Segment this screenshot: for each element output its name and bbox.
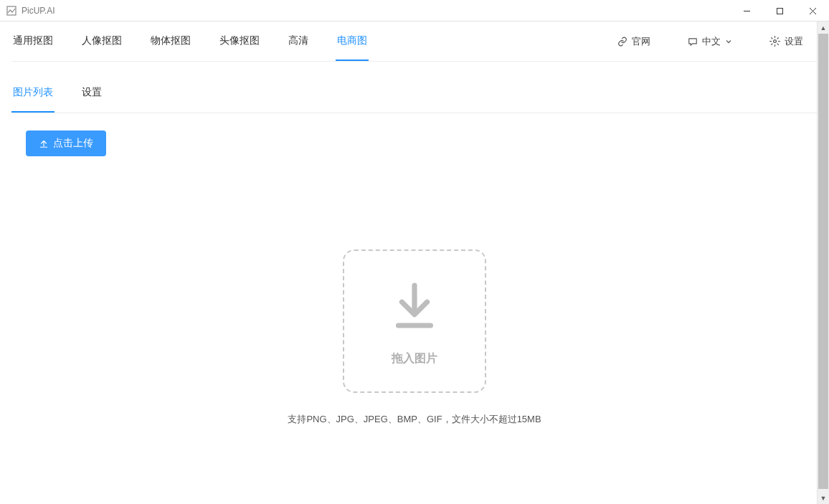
settings-label: 设置 [785, 35, 803, 48]
svg-point-5 [774, 40, 777, 43]
gear-icon [769, 36, 780, 47]
upload-button[interactable]: 点击上传 [26, 130, 106, 156]
official-site-link[interactable]: 官网 [617, 35, 650, 48]
sub-tab-0[interactable]: 图片列表 [11, 73, 55, 113]
app-title: PicUP.AI [22, 6, 55, 16]
nav-tab-5[interactable]: 电商图 [336, 22, 369, 61]
scrollbar-thumb[interactable] [818, 34, 828, 489]
link-icon [617, 37, 627, 47]
minimize-button[interactable] [730, 0, 763, 22]
svg-rect-2 [777, 8, 782, 14]
titlebar: PicUP.AI [0, 0, 829, 22]
nav-tab-2[interactable]: 物体抠图 [149, 22, 192, 61]
maximize-button[interactable] [763, 0, 796, 22]
download-icon [386, 277, 443, 334]
upload-button-label: 点击上传 [53, 137, 93, 150]
settings-link[interactable]: 设置 [769, 35, 803, 48]
nav-tab-3[interactable]: 头像抠图 [218, 22, 261, 61]
nav-tab-1[interactable]: 人像抠图 [80, 22, 123, 61]
scrollbar-down-arrow[interactable]: ▼ [818, 492, 829, 504]
chevron-down-icon [725, 38, 732, 45]
app-icon [6, 5, 17, 16]
sub-nav: 图片列表设置 [11, 73, 818, 113]
scrollbar-up-arrow[interactable]: ▲ [818, 22, 829, 34]
language-selector[interactable]: 中文 [688, 35, 732, 48]
close-button[interactable] [796, 0, 829, 22]
official-site-label: 官网 [632, 35, 650, 48]
main-nav: 通用抠图人像抠图物体抠图头像抠图高清电商图 官网 中文 [11, 22, 818, 62]
nav-tab-4[interactable]: 高清 [287, 22, 310, 61]
sub-tab-1[interactable]: 设置 [80, 73, 103, 113]
file-hint: 支持PNG、JPG、JPEG、BMP、GIF，文件大小不超过15MB [288, 413, 541, 426]
svg-rect-0 [7, 6, 16, 15]
upload-icon [39, 138, 49, 148]
scrollbar[interactable]: ▲ ▼ [817, 22, 829, 504]
nav-tab-0[interactable]: 通用抠图 [11, 22, 55, 61]
dropzone[interactable]: 拖入图片 [343, 249, 486, 393]
comment-icon [688, 37, 698, 47]
language-label: 中文 [702, 35, 721, 48]
dropzone-label: 拖入图片 [392, 351, 437, 366]
